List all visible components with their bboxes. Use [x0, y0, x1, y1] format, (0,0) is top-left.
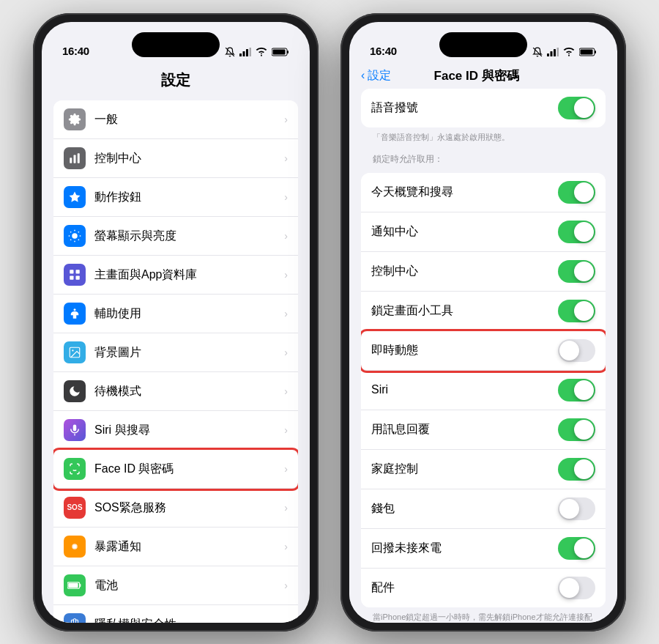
lock-control-center-label: 控制中心 [371, 264, 558, 279]
star-icon [68, 190, 81, 204]
lock-item-notification-center[interactable]: 通知中心 [361, 212, 606, 252]
status-icons [225, 47, 289, 57]
svg-point-28 [72, 349, 73, 351]
exposure-label: 暴露通知 [94, 539, 281, 553]
svg-line-17 [78, 239, 79, 240]
lock-item-return-calls[interactable]: 回撥未接來電 [361, 529, 606, 569]
reply-message-toggle[interactable] [558, 418, 595, 441]
lock-control-center-toggle[interactable] [558, 260, 595, 283]
signal-icon-2 [547, 48, 559, 56]
display-icon [64, 225, 86, 247]
settings-item-battery[interactable]: 電池 › [53, 566, 298, 605]
action-button-icon [64, 186, 86, 208]
settings-item-wallpaper[interactable]: 背景圖片 › [53, 333, 298, 372]
lock-item-siri[interactable]: Siri [361, 371, 606, 410]
svg-rect-46 [595, 51, 596, 53]
svg-rect-23 [76, 270, 80, 273]
live-activities-toggle[interactable] [558, 339, 595, 362]
lock-item-accessories[interactable]: 配件 [361, 569, 606, 607]
chevron-icon: › [284, 269, 288, 281]
voice-note: 「音樂語音控制」永遠處於啟用狀態。 [349, 129, 617, 147]
settings-item-action-button[interactable]: 動作按鈕 › [53, 178, 298, 217]
accessibility-icon [64, 303, 86, 325]
return-calls-toggle[interactable] [558, 537, 595, 560]
lock-item-live-activities[interactable]: 即時動態 [361, 331, 606, 371]
back-button[interactable]: ‹ 設定 [361, 68, 391, 84]
chevron-icon: › [284, 191, 288, 203]
chevron-icon: › [284, 580, 288, 591]
lock-item-lock-widgets[interactable]: 鎖定畫面小工具 [361, 292, 606, 331]
settings-item-general[interactable]: 一般 › [53, 100, 298, 139]
face-id-icon [68, 462, 81, 475]
accessibility-label: 輔助使用 [94, 306, 281, 320]
standby-label: 待機模式 [94, 384, 281, 398]
lock-item-today-view[interactable]: 今天概覽和搜尋 [361, 173, 606, 212]
settings-item-siri[interactable]: Siri 與搜尋 › [53, 411, 298, 450]
svg-rect-41 [551, 51, 553, 56]
settings-item-standby[interactable]: 待機模式 › [53, 372, 298, 411]
settings-item-control-center[interactable]: 控制中心 › [53, 139, 298, 178]
home-toggle[interactable] [558, 458, 595, 481]
svg-rect-35 [68, 583, 78, 588]
notification-center-toggle[interactable] [558, 221, 595, 243]
svg-rect-40 [547, 53, 549, 56]
settings-item-exposure[interactable]: 暴露通知 › [53, 528, 298, 566]
settings-item-display[interactable]: 螢幕顯示與亮度 › [53, 217, 298, 256]
return-calls-label: 回撥未接來電 [371, 541, 558, 556]
accessories-toggle[interactable] [558, 577, 595, 599]
dynamic-island [132, 32, 220, 57]
voice-dial-label: 語音撥號 [371, 100, 558, 116]
svg-line-16 [70, 232, 71, 232]
chevron-icon: › [284, 541, 288, 552]
status-time-2: 16:40 [370, 45, 397, 57]
sun-icon [68, 229, 81, 243]
display-label: 螢幕顯示與亮度 [94, 229, 281, 243]
lock-siri-label: Siri [371, 383, 558, 396]
svg-point-5 [261, 54, 262, 56]
svg-rect-9 [70, 158, 72, 163]
voice-dial-toggle[interactable] [558, 97, 595, 119]
lock-item-control-center[interactable]: 控制中心 [361, 252, 606, 292]
today-view-label: 今天概覽和搜尋 [371, 185, 558, 200]
status-time: 16:40 [62, 45, 89, 57]
status-icons-2 [532, 47, 597, 57]
svg-point-32 [73, 544, 77, 548]
lock-item-wallet[interactable]: 錢包 [361, 489, 606, 529]
chevron-icon: › [284, 152, 288, 164]
today-view-toggle[interactable] [558, 181, 595, 204]
svg-rect-10 [74, 155, 76, 163]
chevron-icon: › [284, 385, 288, 397]
image-icon [68, 346, 81, 359]
lock-widgets-label: 鎖定畫面小工具 [371, 303, 558, 319]
svg-rect-1 [239, 53, 242, 56]
grid-icon [68, 268, 81, 281]
settings-item-homescreen[interactable]: 主畫面與App資料庫 › [53, 256, 298, 295]
settings-item-sos[interactable]: SOS SOS緊急服務 › [53, 489, 298, 528]
lock-siri-toggle[interactable] [558, 379, 595, 401]
settings-item-privacy[interactable]: 隱私權與安全性 › [53, 605, 298, 623]
privacy-icon [64, 613, 86, 623]
sliders-icon [68, 152, 81, 165]
lock-wallet-toggle[interactable] [558, 497, 595, 520]
voice-dial-item[interactable]: 語音撥號 [361, 89, 606, 127]
back-label: 設定 [368, 68, 391, 84]
lock-widgets-toggle[interactable] [558, 300, 595, 322]
siri-label: Siri 與搜尋 [94, 423, 281, 437]
back-chevron: ‹ [361, 69, 365, 82]
svg-rect-3 [246, 49, 248, 56]
battery-icon-2 [579, 48, 597, 56]
lock-item-home[interactable]: 家庭控制 [361, 450, 606, 489]
svg-rect-4 [250, 48, 252, 56]
wifi-icon [256, 48, 267, 56]
lock-item-reply-message[interactable]: 用訊息回覆 [361, 410, 606, 450]
control-center-label: 控制中心 [94, 151, 281, 165]
face-id-nav: ‹ 設定 Face ID 與密碼 [349, 62, 617, 87]
svg-line-20 [70, 239, 71, 240]
lock-items-group: 今天概覽和搜尋 通知中心 控制中心 鎖定畫面小工具 [361, 173, 606, 607]
svg-rect-24 [70, 275, 73, 279]
settings-item-face-id[interactable]: Face ID 與密碼 › [53, 450, 298, 489]
svg-rect-7 [287, 51, 288, 53]
settings-item-accessibility[interactable]: 輔助使用 › [53, 295, 298, 333]
dynamic-island-2 [439, 32, 527, 57]
wifi-icon-2 [563, 48, 575, 56]
